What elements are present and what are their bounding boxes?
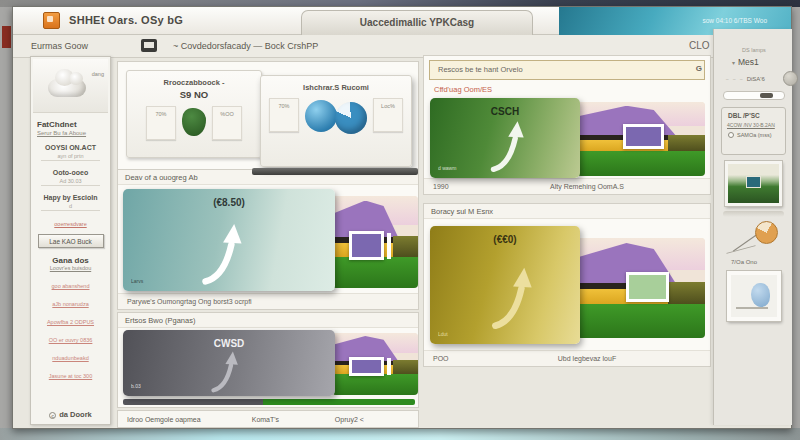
landscape-preview[interactable] [577,238,705,338]
status-right-link[interactable]: Opruy2 < [335,416,418,423]
sidebar-red-note[interactable]: ooerresdvare [35,221,106,227]
thumbnail-baseline [736,307,768,309]
preview-card-gray[interactable]: CWSD b.03 [123,330,335,396]
landscape-ground [577,151,705,176]
mini-tile: Loc% [373,98,403,132]
template-card-1-subtitle: S9 NO [127,89,261,100]
template-card-1-tiles: 70% %OO [127,106,261,140]
title-bar: sow 04:10 6/TBS Woo SHHEt Oars. OSy bG U… [13,7,791,35]
landscape-ground [332,257,418,288]
sidebar-link[interactable]: OO er ouvry 0836 [34,337,107,343]
sidebar-item-1-sub: ayn of prtn [41,153,100,161]
template-card-2[interactable]: Ishchrar.S Rucomi 70% Loc% [260,75,412,167]
listing-panel-gray: Ertsos Bwo (Pganas) CWSD b.03 [117,312,419,408]
landscape-preview[interactable] [332,196,418,288]
sketch-line [726,245,755,254]
group-link[interactable]: 4COW /NV 30-B.2AN [727,122,780,128]
search-input[interactable]: Rescos be te hant Orvelo [429,60,705,80]
slider-handle[interactable] [760,93,773,98]
sidebar-item-3-sub: d [41,203,100,211]
cloud-icon [48,79,86,97]
sidebar-link[interactable]: aJb nonarudza [34,301,107,307]
mini-tile: 70% [146,106,176,140]
round-knob-icon[interactable] [783,71,798,86]
search-go-button[interactable]: G [696,64,702,73]
checkbox-label: SAMOa (mss) [737,132,772,138]
sidebar-footer: cda Doork [31,410,110,419]
status-mid-link[interactable]: KomaT's [252,416,335,423]
selection-box [623,124,664,149]
sidebar-link[interactable]: Jasune at toc 300 [34,373,107,379]
landscape-preview[interactable] [577,102,705,176]
menu-file[interactable]: Eurmas Goow [31,41,88,51]
copyright-icon: c [49,412,56,419]
template-card-2-title: Ishchrar.S Rucomi [261,83,411,92]
template-panel-top: Rrooczabboock - S9 NO 70% %OO Ishchrar.S… [117,61,419,182]
sidebar-link[interactable]: goo abanshend [34,283,107,289]
landscape-ground [577,304,705,338]
selection-box [626,272,670,302]
selection-sliver [387,233,391,259]
slider-control[interactable] [723,91,785,100]
sidebar-item-2-sub: Ad 30.03 [41,178,100,186]
preview-card-gold[interactable]: (€€0) Ldut [430,226,580,344]
illustration-label: 7/Oa Ono [731,259,757,265]
framed-thumbnail-1[interactable] [725,161,782,206]
landscape-trees [668,135,705,152]
sidebar-button[interactable]: Lae KAO Buck [38,234,104,248]
sidebar-link[interactable]: Apowfba 2 ODPUS [34,319,107,325]
breadcrumb[interactable]: ~ Covdedorsfacady — Bock CrshPP [173,41,318,51]
taskpane-dropdown[interactable]: ▾Mes1 [732,57,759,67]
framed-thumbnail-2[interactable] [727,271,781,321]
results-green-caption: 1990 Alty Remehing OomA.S [424,178,710,194]
orange-pie-icon [755,221,778,244]
taskpane-row-label: －－－ DiSA'6 [724,75,765,84]
caption-text: Parywe's Oumongrtag Ong borst3 ocrpfi [118,298,252,305]
template-card-1[interactable]: Rrooczabboock - S9 NO 70% %OO [126,70,262,158]
listing-panel-teal: Deav of a ouogreg Ab (€8.50) Larvs [117,169,419,310]
results-gold-header: Boracy sul M Esnx [424,204,710,219]
card-tag: Larvs [131,278,143,284]
checkbox-row[interactable]: SAMOa (mss) [728,132,785,138]
group-title: DBL /P'SC [728,112,785,119]
sketch-illustration [726,221,781,257]
sidebar-item-2[interactable]: Ooto-ooeo [35,169,106,176]
main-content: Rrooczabboock - S9 NO 70% %OO Ishchrar.S… [113,56,711,428]
card-tag: d wawm [438,165,456,171]
preview-card-teal[interactable]: (€8.50) Larvs [123,189,335,291]
caption-text: Alty Remehing OomA.S [464,183,710,190]
cloud-tag: dang [92,71,104,77]
preview-card-green[interactable]: CSCH d wawm [430,98,580,178]
blue-sphere-icon [305,100,337,132]
sidebar-item-1[interactable]: OOYSI ON.ACT [35,144,106,151]
sidebar-header: FatChdnet [37,120,104,129]
card-shadow-bar [252,168,418,175]
radio-icon[interactable] [728,132,734,138]
app-icon[interactable] [43,12,60,29]
sidebar-section-header: Gana dos [31,256,110,265]
progress-bar [123,399,415,405]
arrow-up-icon [193,213,255,287]
listing-gray-header: Ertsos Bwo (Pganas) [118,313,418,328]
caption-number: POO [424,355,464,362]
task-pane: DS lamps ▾Mes1 －－－ DiSA'6 DBL /P'SC 4COW… [713,29,792,425]
listing-teal-caption: Parywe's Oumongrtag Ong borst3 ocrpfi [118,293,418,309]
display-icon[interactable] [141,39,157,52]
thumbnail-shadow [723,211,784,217]
mini-tile: 70% [269,98,299,132]
sidebar-link-list: goo abanshend aJb nonarudza Apowfba 2 OD… [34,283,107,379]
landscape-preview[interactable] [332,333,418,395]
sidebar-header-sub[interactable]: Serur Bu fa Aboue [37,130,104,136]
menu-right-label[interactable]: CLO [689,40,710,51]
document-tab[interactable]: Uaccedimallic YPKCasg [301,10,533,35]
sidebar-cloud-box: dang [33,59,108,113]
orange-link[interactable]: Cffd'uag Oom/ES [434,85,492,94]
bezel-bottom [0,428,800,440]
sidebar-item-3[interactable]: Hapy by Escioln [35,194,106,201]
dash-decor: －－－ [724,76,745,82]
sidebar-link[interactable]: nduadunbeakd [34,355,107,361]
window-title: SHHEt Oars. OSy bG [69,14,183,26]
options-group: DBL /P'SC 4COW /NV 30-B.2AN SAMOa (mss) [721,107,786,155]
selection-box [349,357,383,377]
sidebar-section-sub[interactable]: Loovr'es buisdou [31,265,110,271]
